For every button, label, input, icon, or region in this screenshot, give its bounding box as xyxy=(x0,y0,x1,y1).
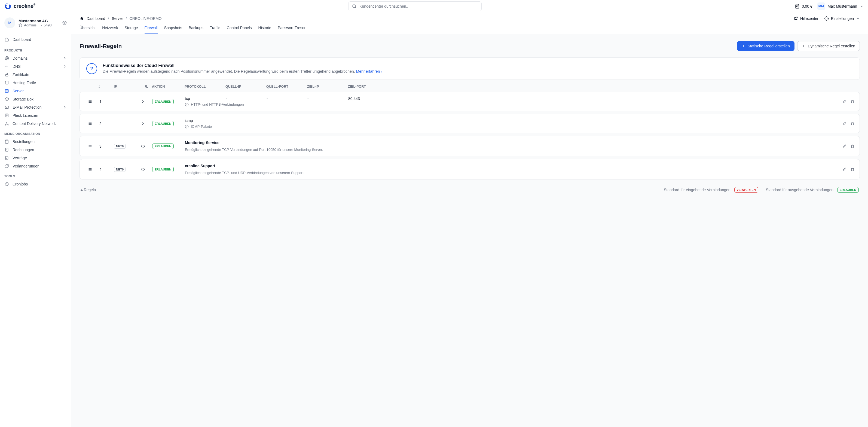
nav-cdn[interactable]: Content Delivery Network xyxy=(0,120,71,128)
breadcrumb-dashboard[interactable]: Dashboard xyxy=(87,16,105,21)
main-content: Dashboard / Server / CREOLINE-DEMO Hilfe… xyxy=(71,12,868,427)
nav-group-org: MEINE ORGANISATION xyxy=(0,128,71,138)
tab-übersicht[interactable]: Übersicht xyxy=(80,26,96,34)
search-input[interactable] xyxy=(360,4,478,8)
tab-storage[interactable]: Storage xyxy=(125,26,138,34)
tab-control panels[interactable]: Control Panels xyxy=(227,26,252,34)
table-footer: 4 Regeln Standard für eingehende Verbind… xyxy=(80,182,860,197)
sidebar: M Mustermann AG Adminis...·5498 Dashboar… xyxy=(0,12,71,427)
rule-description: HTTP- und HTTPS-Verbindungen xyxy=(185,102,831,106)
brand-logo[interactable]: creoline® xyxy=(4,3,35,10)
svg-point-0 xyxy=(352,5,355,8)
search-icon xyxy=(352,4,357,9)
license-icon xyxy=(4,113,9,118)
nav-dns[interactable]: DNS xyxy=(0,62,71,70)
nav-zertifikate[interactable]: Zertifikate xyxy=(0,70,71,79)
tab-netzwerk[interactable]: Netzwerk xyxy=(102,26,118,34)
breadcrumb-current: CREOLINE-DEMO xyxy=(130,16,162,21)
nav-dashboard[interactable]: Dashboard xyxy=(0,35,71,44)
edit-rule-button[interactable] xyxy=(842,99,846,104)
search-box[interactable] xyxy=(348,1,482,11)
nav-plesk[interactable]: Plesk Lizenzen xyxy=(0,111,71,120)
rule-action-badge: ERLAUBEN xyxy=(152,167,174,172)
create-static-rule-button[interactable]: Statische Regel erstellen xyxy=(737,41,795,51)
nav-vertraege[interactable]: Verträge xyxy=(0,154,71,162)
drag-handle[interactable] xyxy=(83,167,98,172)
tab-firewall[interactable]: Firewall xyxy=(145,26,158,34)
interface-badge: NET0 xyxy=(114,144,126,149)
org-switcher[interactable]: M Mustermann AG Adminis...·5498 xyxy=(0,12,71,33)
incoming-default-badge: VERWERFEN xyxy=(734,187,758,192)
page-title: Firewall-Regeln xyxy=(80,43,122,49)
tab-passwort-tresor[interactable]: Passwort-Tresor xyxy=(278,26,306,34)
rule-count: 4 Regeln xyxy=(81,188,96,192)
svg-rect-5 xyxy=(5,74,8,76)
nav-email[interactable]: E-Mail Protection xyxy=(0,103,71,111)
network-icon xyxy=(4,121,9,126)
gear-icon xyxy=(825,16,829,21)
outgoing-default-label: Standard für ausgehende Verbindungen: xyxy=(766,188,835,192)
user-avatar: MM xyxy=(817,2,825,10)
org-settings-button[interactable] xyxy=(62,21,67,25)
nav-server[interactable]: Server xyxy=(0,87,71,95)
svg-point-18 xyxy=(826,18,827,19)
outgoing-default-badge: ERLAUBEN xyxy=(837,187,859,192)
home-icon[interactable] xyxy=(80,16,84,21)
server-icon xyxy=(4,89,9,93)
svg-point-3 xyxy=(64,22,65,23)
drag-handle[interactable] xyxy=(83,99,98,104)
rule-description: ICMP-Pakete xyxy=(185,124,831,128)
table-row: 3 NET0 ERLAUBEN Monitoring-Service Ermög… xyxy=(80,136,860,156)
nav-group-products: PRODUKTE xyxy=(0,44,71,54)
nav-cronjobs[interactable]: Cronjobs xyxy=(0,180,71,188)
edit-rule-button[interactable] xyxy=(842,167,846,172)
settings-menu[interactable]: Einstellungen xyxy=(825,16,860,21)
svg-point-9 xyxy=(6,90,6,90)
nav-bestellungen[interactable]: Bestellungen xyxy=(0,138,71,146)
breadcrumb: Dashboard / Server / CREOLINE-DEMO xyxy=(80,16,162,21)
drag-handle[interactable] xyxy=(83,121,98,126)
delete-rule-button[interactable] xyxy=(850,121,855,126)
chevron-down-icon xyxy=(856,17,860,21)
tab-snapshots[interactable]: Snapshots xyxy=(164,26,182,34)
nav-storage[interactable]: Storage Box xyxy=(0,95,71,103)
svg-point-6 xyxy=(5,81,8,82)
rule-source-port: - xyxy=(267,118,307,123)
rule-action-badge: ERLAUBEN xyxy=(152,144,174,149)
cart-button[interactable]: 0,00 € xyxy=(795,4,812,9)
delete-rule-button[interactable] xyxy=(850,144,855,148)
delete-rule-button[interactable] xyxy=(850,99,855,104)
nav-domains[interactable]: Domains xyxy=(0,54,71,62)
chevron-down-icon xyxy=(860,4,864,8)
org-meta: Adminis...·5498 xyxy=(19,23,52,27)
nav-verlaengerungen[interactable]: Verlängerungen xyxy=(0,162,71,170)
table-row: 1 ERLAUBEN tcp - - - 80,443 HTTP- und HT… xyxy=(80,92,860,111)
help-center-link[interactable]: Hilfecenter xyxy=(794,16,818,21)
rule-direction-icon xyxy=(135,121,151,126)
nav-hosting[interactable]: Hosting-Tarife xyxy=(0,79,71,87)
breadcrumb-server[interactable]: Server xyxy=(112,16,123,21)
tab-backups[interactable]: Backups xyxy=(189,26,204,34)
nav-label: Dashboard xyxy=(12,37,31,42)
delete-rule-button[interactable] xyxy=(850,167,855,172)
wifi-icon xyxy=(4,64,9,69)
rule-dest-ip: - xyxy=(307,96,348,101)
svg-rect-17 xyxy=(5,156,8,160)
tab-historie[interactable]: Historie xyxy=(258,26,271,34)
nav-rechnungen[interactable]: Rechnungen xyxy=(0,146,71,154)
svg-marker-2 xyxy=(19,23,22,26)
edit-rule-button[interactable] xyxy=(842,144,846,148)
table-row: 4 NET0 ERLAUBEN creoline Support Ermögli… xyxy=(80,159,860,179)
drag-handle[interactable] xyxy=(83,144,98,148)
database-icon xyxy=(4,81,9,85)
rule-description: Ermöglicht eingehende TCP- und UDP-Verbi… xyxy=(185,171,831,175)
svg-line-1 xyxy=(355,7,356,8)
rule-action-badge: ERLAUBEN xyxy=(152,99,174,104)
svg-point-15 xyxy=(8,124,8,125)
create-dynamic-rule-button[interactable]: Dynamische Regel erstellen xyxy=(797,41,860,51)
user-menu[interactable]: MM Max Mustermann xyxy=(817,2,864,10)
edit-rule-button[interactable] xyxy=(842,121,846,126)
rule-protocol: tcp xyxy=(185,96,226,101)
info-link[interactable]: Mehr erfahren › xyxy=(356,69,382,73)
tab-traffic[interactable]: Traffic xyxy=(210,26,220,34)
